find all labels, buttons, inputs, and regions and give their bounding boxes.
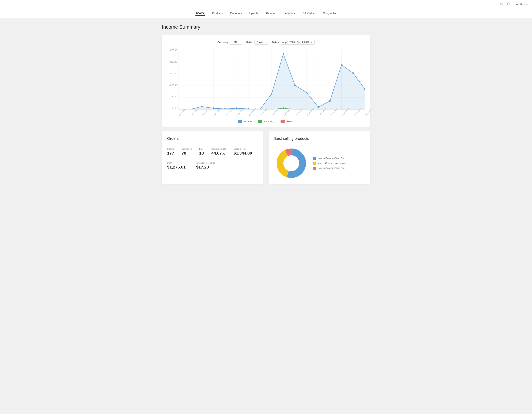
donut-chart <box>274 146 308 180</box>
x-label-0: Aug 1 2020 <box>179 108 186 116</box>
dates-select[interactable]: Aug 1 2020 - Sep 2 2020 ▼ <box>280 40 314 45</box>
dates-label: Dates <box>272 41 279 44</box>
order-stat-gross: Gross Income $1,344.00 <box>234 146 255 157</box>
legend-label-income: Income <box>244 120 252 123</box>
product-legend: How to Generate Viral Blo... Master Cour… <box>313 157 348 170</box>
x-label-16: Sep 2 2020 <box>365 108 372 116</box>
currency-arrow-icon: ▼ <box>238 41 240 43</box>
svg-point-36 <box>306 92 307 93</box>
order-stat-gross-label: Gross Income <box>234 148 252 150</box>
nav-item-geographic[interactable]: Geographic <box>323 11 337 15</box>
bell-icon[interactable] <box>507 2 511 6</box>
product-legend-label-2: Master Course: How to Mak... <box>318 162 348 164</box>
order-stat-aov-label: Average order value <box>196 162 215 164</box>
nav-item-upsells[interactable]: Upsells <box>249 11 258 15</box>
chart-legend: Income Recurring Refund <box>167 120 365 123</box>
donut-hole <box>284 156 299 171</box>
metric-filter-group: Metric Gross ▼ <box>246 40 268 45</box>
svg-point-33 <box>271 93 272 95</box>
order-stat-started-value: 177 <box>167 151 174 156</box>
legend-item-recurring: Recurring <box>258 120 274 123</box>
svg-point-40 <box>352 72 354 74</box>
order-stat-completed-label: Completed <box>182 148 192 150</box>
currency-value: USD <box>232 41 237 44</box>
top-bar-icons: Jon Brosio <box>500 2 527 6</box>
order-stat-profit-value: $1,276.61 <box>167 165 186 170</box>
orders-row1: Started 177 Completed 78 Free 13 Convers… <box>167 146 258 157</box>
currency-select[interactable]: USD ▼ <box>230 40 242 45</box>
username-label: Jon Brosio <box>515 3 527 6</box>
products-title: Best selling products <box>274 136 365 143</box>
order-stat-free-label: Free <box>199 148 204 150</box>
legend-color-recurring <box>258 120 262 123</box>
order-stat-gross-value: $1,344.00 <box>234 151 252 156</box>
product-legend-label-3: How to Generate Viral Blo... <box>318 167 346 169</box>
product-legend-color-1 <box>313 157 316 160</box>
legend-item-income: Income <box>238 120 252 123</box>
metric-select[interactable]: Gross ▼ <box>255 40 268 45</box>
nav-item-abandons[interactable]: Abandons <box>266 11 277 15</box>
legend-label-refund: Refund <box>286 120 294 123</box>
metric-arrow-icon: ▼ <box>264 41 266 43</box>
main-content: Income Summary Currency USD ▼ Metric Gro… <box>153 18 379 194</box>
order-stat-free: Free 13 <box>199 146 207 157</box>
svg-point-51 <box>283 107 284 109</box>
donut-container: How to Generate Viral Blo... Master Cour… <box>274 146 365 180</box>
svg-line-1 <box>502 5 503 6</box>
dates-value: Aug 1 2020 - Sep 2 2020 <box>282 41 310 44</box>
filters-row: Currency USD ▼ Metric Gross ▼ Dates Aug … <box>167 40 365 45</box>
product-legend-color-2 <box>313 162 316 165</box>
order-stat-profit: Profit $1,276.61 <box>167 160 189 171</box>
x-axis-labels: Aug 1 2020Aug 3 2020Aug 5 2020Aug 7 2020… <box>179 109 365 117</box>
nav-bar: Income Products Discounts Upsells Abando… <box>0 8 532 18</box>
order-stat-profit-label: Profit <box>167 162 186 164</box>
order-stat-conversion-value: 44.07% <box>211 151 226 156</box>
nav-item-gift-orders[interactable]: Gift Orders <box>302 11 315 15</box>
x-label-2: Aug 5 2020 <box>202 108 209 116</box>
product-legend-item-3: How to Generate Viral Blo... <box>313 167 348 170</box>
bottom-section: Orders Started 177 Completed 78 Free 13 … <box>162 131 370 189</box>
order-stat-completed: Completed 78 <box>182 146 195 157</box>
x-label-1: Aug 3 2020 <box>190 108 198 116</box>
product-legend-item-1: How to Generate Viral Blo... <box>313 157 348 160</box>
x-label-4: Aug 9 2020 <box>225 108 233 116</box>
income-chart-card: Currency USD ▼ Metric Gross ▼ Dates Aug … <box>162 35 370 127</box>
y-label-0: $0.00 <box>172 107 177 109</box>
nav-item-discounts[interactable]: Discounts <box>230 11 242 15</box>
legend-label-recurring: Recurring <box>264 120 274 123</box>
legend-color-income <box>238 120 242 123</box>
nav-item-products[interactable]: Products <box>212 11 223 15</box>
svg-point-27 <box>201 106 203 107</box>
x-label-3: Aug 7 2020 <box>213 108 221 116</box>
order-stat-aov: Average order value $17.23 <box>196 160 218 171</box>
product-legend-item-2: Master Course: How to Mak... <box>313 162 348 165</box>
legend-color-refund <box>281 120 285 123</box>
order-stat-conversion-label: Conversion rate <box>211 148 226 150</box>
search-icon[interactable] <box>500 2 504 6</box>
legend-item-refund: Refund <box>281 120 294 123</box>
dates-arrow-icon: ▼ <box>311 41 313 43</box>
orders-row2: Profit $1,276.61 Average order value $17… <box>167 160 258 171</box>
y-label-50: $50.00 <box>171 96 177 98</box>
metric-label: Metric <box>246 41 253 44</box>
products-panel: Best selling products How to Ge <box>269 131 370 184</box>
svg-point-37 <box>317 106 319 108</box>
product-legend-color-3 <box>313 167 316 170</box>
order-stat-completed-value: 78 <box>182 151 192 156</box>
dates-filter-group: Dates Aug 1 2020 - Sep 2 2020 ▼ <box>272 40 315 45</box>
y-axis: $250.00 $200.00 $150.00 $100.00 $50.00 $… <box>167 49 179 109</box>
y-label-200: $200.00 <box>169 61 177 63</box>
chart-wrapper: $250.00 $200.00 $150.00 $100.00 $50.00 $… <box>167 49 365 117</box>
svg-point-39 <box>341 64 342 66</box>
orders-panel: Orders Started 177 Completed 78 Free 13 … <box>162 131 263 184</box>
nav-item-affiliates[interactable]: Affiliates <box>285 11 295 15</box>
order-stat-free-value: 13 <box>199 151 204 156</box>
chart-area <box>179 49 365 109</box>
top-bar: Jon Brosio <box>0 0 532 8</box>
order-stat-started: Started 177 <box>167 146 177 157</box>
metric-value: Gross <box>256 41 263 44</box>
nav-item-income[interactable]: Income <box>195 11 205 16</box>
product-legend-label-1: How to Generate Viral Blo... <box>318 157 346 160</box>
y-label-100: $100.00 <box>169 84 177 86</box>
currency-filter-group: Currency USD ▼ <box>217 40 242 45</box>
